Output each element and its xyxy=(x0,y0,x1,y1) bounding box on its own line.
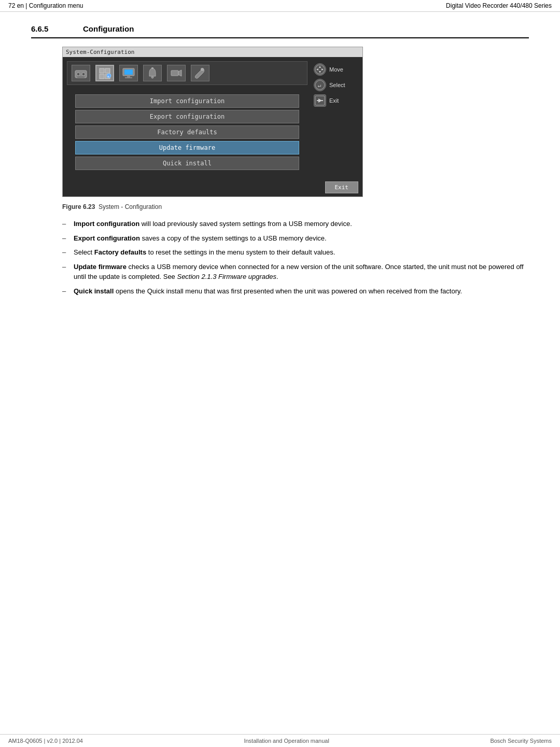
svg-rect-3 xyxy=(77,76,85,78)
bullet-export-bold: Export configuration xyxy=(74,234,140,242)
bullet-export: – Export configuration saves a copy of t… xyxy=(62,233,529,244)
bullet-factory-bold: Factory defaults xyxy=(94,248,146,256)
icon-grid[interactable]: + xyxy=(95,65,114,81)
bullet-import: – Import configuration will load previou… xyxy=(62,219,529,229)
svg-rect-15 xyxy=(151,67,153,69)
svg-point-18 xyxy=(201,68,204,71)
menu-item-quick-install[interactable]: Quick install xyxy=(75,157,299,170)
svg-rect-4 xyxy=(100,68,104,73)
svg-rect-13 xyxy=(125,77,132,78)
bullet-export-text: saves a copy of the system settings to a… xyxy=(142,234,326,242)
control-move[interactable]: Move xyxy=(314,63,356,76)
exit-icon xyxy=(314,94,326,107)
footer: AM18-Q0605 | v2.0 | 2012.04 Installation… xyxy=(0,734,560,747)
dvr-title-bar: System-Configuration xyxy=(63,47,362,57)
exit-button[interactable]: Exit xyxy=(325,181,359,193)
footer-right: Bosch Security Systems xyxy=(490,738,552,744)
svg-point-2 xyxy=(82,73,85,76)
control-exit[interactable]: Exit xyxy=(314,94,356,107)
icon-tape[interactable] xyxy=(72,65,90,81)
footer-center: Installation and Operation manual xyxy=(244,738,329,744)
bullet-firmware-text: checks a USB memory device when connecte… xyxy=(74,263,524,281)
menu-item-export-config[interactable]: Export configuration xyxy=(75,110,299,123)
bullet-firmware: – Update firmware checks a USB memory de… xyxy=(62,262,529,282)
icon-hdd[interactable] xyxy=(167,65,186,81)
dvr-exit-bottom: Exit xyxy=(63,178,362,196)
svg-text:↵: ↵ xyxy=(318,82,321,89)
bullet-import-bold: Import configuration xyxy=(74,220,139,228)
bullet-quickinstall-bold: Quick install xyxy=(74,287,114,295)
svg-rect-5 xyxy=(105,68,110,73)
dvr-menu: Import configuration Export configuratio… xyxy=(67,90,307,174)
figure-label: Figure 6.23 xyxy=(62,203,95,210)
select-icon: ↵ xyxy=(314,79,326,91)
svg-rect-28 xyxy=(317,100,323,101)
menu-item-import-config[interactable]: Import configuration xyxy=(75,94,299,108)
dvr-screenshot: System-Configuration xyxy=(62,47,363,197)
bullet-quickinstall: – Quick install opens the Quick install … xyxy=(62,286,529,297)
figure-caption-text: System - Configuration xyxy=(99,203,162,210)
header-right: Digital Video Recorder 440/480 Series xyxy=(446,2,552,9)
svg-rect-12 xyxy=(127,76,130,77)
exit-label: Exit xyxy=(329,97,339,104)
dvr-toolbar: + xyxy=(67,61,307,85)
control-select[interactable]: ↵ Select xyxy=(314,79,356,91)
svg-rect-6 xyxy=(100,74,104,79)
dvr-controls: Move ↵ Select xyxy=(312,61,358,174)
svg-rect-16 xyxy=(171,71,178,76)
section-heading: 6.6.5 Configuration xyxy=(31,24,529,38)
svg-text:+: + xyxy=(107,75,109,79)
svg-marker-17 xyxy=(178,70,181,76)
icon-wrench[interactable] xyxy=(191,65,209,81)
bullet-factory: – Select Factory defaults to reset the s… xyxy=(62,247,529,258)
icon-alarm[interactable] xyxy=(143,65,162,81)
header: 72 en | Configuration menu Digital Video… xyxy=(0,0,560,12)
bullet-quickinstall-text: opens the Quick install menu that was fi… xyxy=(116,287,462,295)
menu-item-factory-defaults[interactable]: Factory defaults xyxy=(75,125,299,139)
move-label: Move xyxy=(329,66,343,73)
svg-rect-11 xyxy=(124,69,133,75)
dvr-inner: + xyxy=(63,57,362,178)
section-number: 6.6.5 xyxy=(31,24,62,33)
header-left: 72 en | Configuration menu xyxy=(8,2,83,9)
page-content: 6.6.5 Configuration System-Configuration xyxy=(0,12,560,321)
menu-item-update-firmware[interactable]: Update firmware xyxy=(75,141,299,154)
footer-left: AM18-Q0605 | v2.0 | 2012.04 xyxy=(8,738,83,744)
bullet-factory-text: to reset the settings in the menu system… xyxy=(148,248,335,256)
figure-caption: Figure 6.23 System - Configuration xyxy=(62,203,529,210)
bullet-list: – Import configuration will load previou… xyxy=(62,219,529,296)
svg-point-1 xyxy=(77,73,80,76)
bullet-firmware-bold: Update firmware xyxy=(74,263,127,271)
move-icon xyxy=(314,63,326,76)
bullet-factory-prefix: Select xyxy=(74,248,94,256)
select-label: Select xyxy=(329,82,345,88)
icon-monitor[interactable] xyxy=(119,65,138,81)
bullet-import-text: will load previously saved system settin… xyxy=(142,220,352,228)
dvr-main: + xyxy=(67,61,307,174)
svg-point-14 xyxy=(151,76,153,78)
section-title: Configuration xyxy=(83,24,134,33)
